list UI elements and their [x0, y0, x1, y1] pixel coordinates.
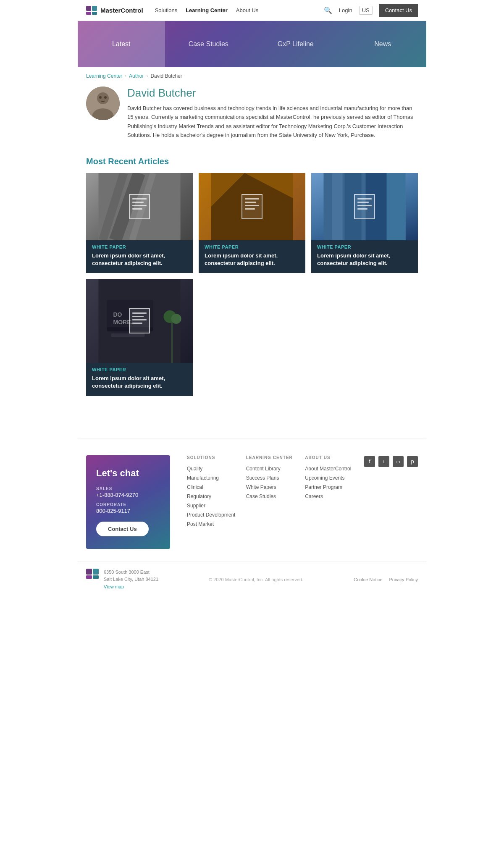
tab-latest[interactable]: Latest [78, 21, 165, 67]
tab-gxp-lifeline[interactable]: GxP Lifeline [252, 21, 339, 67]
login-link[interactable]: Login [339, 7, 352, 13]
footer-links: SOLUTIONS Quality Manufacturing Clinical… [170, 455, 418, 549]
svg-point-7 [99, 96, 102, 99]
footer-link-partner-program[interactable]: Partner Program [305, 484, 356, 490]
footer-col-learning: LEARNING CENTER Content Library Success … [246, 455, 297, 549]
author-section: David Butcher David Butcher has covered … [78, 82, 426, 152]
logo-text: MasterControl [100, 7, 143, 14]
footer-sales-phone[interactable]: +1-888-874-9270 [96, 492, 160, 498]
article-title-4: Lorem ipsum dolor sit amet, consectetur … [92, 375, 187, 390]
footer-corp-phone[interactable]: 800-825-9117 [96, 508, 160, 514]
search-icon[interactable]: 🔍 [324, 6, 332, 14]
social-facebook-icon[interactable]: f [364, 456, 375, 467]
article-title-2: Lorem ipsum dolor sit amet, consectetur … [205, 252, 299, 267]
breadcrumb-learning-center[interactable]: Learning Center [86, 73, 122, 79]
footer-link-content-library[interactable]: Content Library [246, 466, 297, 472]
article-title-1: Lorem ipsum dolor sit amet, consectetur … [92, 252, 187, 267]
footer-cta-title: Let's chat [96, 468, 160, 479]
footer-link-clinical[interactable]: Clinical [187, 484, 238, 490]
tab-case-studies[interactable]: Case Studies [165, 21, 252, 67]
svg-rect-2 [86, 12, 91, 15]
footer-link-manufacturing[interactable]: Manufacturing [187, 475, 238, 481]
footer-view-map[interactable]: View map [104, 584, 124, 589]
footer-logo-area: 6350 South 3000 East Salt Lake City, Uta… [86, 569, 158, 591]
svg-rect-33 [86, 569, 92, 575]
nav-learning-center[interactable]: Learning Center [186, 7, 228, 13]
lang-selector[interactable]: US [359, 6, 373, 15]
social-pinterest-icon[interactable]: p [407, 456, 418, 467]
author-info: David Butcher David Butcher has covered … [127, 87, 418, 140]
footer-privacy-policy[interactable]: Privacy Policy [389, 577, 418, 582]
footer-link-supplier[interactable]: Supplier [187, 503, 238, 509]
footer-col-about: ABOUT US About MasterControl Upcoming Ev… [305, 455, 356, 549]
footer-link-upcoming-events[interactable]: Upcoming Events [305, 475, 356, 481]
nav-about-us[interactable]: About Us [236, 7, 258, 13]
author-bio: David Butcher has covered business and t… [127, 104, 418, 140]
footer-link-post-market[interactable]: Post Market [187, 521, 238, 527]
social-linkedin-icon[interactable]: in [393, 456, 404, 467]
article-body-3: WHITE PAPER Lorem ipsum dolor sit amet, … [311, 240, 418, 273]
svg-rect-34 [93, 569, 99, 575]
svg-rect-0 [86, 6, 91, 11]
svg-point-8 [104, 96, 107, 99]
footer-link-white-papers[interactable]: White Papers [246, 484, 297, 490]
social-twitter-icon[interactable]: t [378, 456, 389, 467]
footer-cta-sales: SALES +1-888-874-9270 [96, 486, 160, 498]
footer-legal: Cookie Notice Privacy Policy [354, 577, 418, 582]
footer-link-about-mc[interactable]: About MasterControl [305, 466, 356, 472]
footer-cta: Let's chat SALES +1-888-874-9270 CORPORA… [86, 455, 170, 549]
nav-solutions[interactable]: Solutions [155, 7, 177, 13]
tab-news[interactable]: News [339, 21, 427, 67]
footer-link-quality[interactable]: Quality [187, 466, 238, 472]
header-contact-us-button[interactable]: Contact Us [379, 4, 418, 17]
footer-col-about-title: ABOUT US [305, 455, 356, 460]
svg-rect-35 [86, 575, 92, 579]
article-type-1: WHITE PAPER [92, 244, 187, 249]
article-placeholder-6 [311, 279, 418, 396]
footer-link-case-studies[interactable]: Case Studies [246, 493, 297, 499]
author-avatar-img [86, 87, 120, 120]
article-card-4[interactable]: DO MORE. WHITE PAPER [86, 279, 193, 396]
article-body-2: WHITE PAPER Lorem ipsum dolor sit amet, … [199, 240, 305, 273]
logo[interactable]: MasterControl [86, 6, 143, 15]
article-body-4: WHITE PAPER Lorem ipsum dolor sit amet, … [86, 363, 193, 396]
article-image-4: DO MORE. [86, 279, 193, 363]
footer-col-solutions: SOLUTIONS Quality Manufacturing Clinical… [187, 455, 238, 549]
articles-title: Most Recent Articles [86, 157, 418, 166]
footer-address-line2: Salt Lake City, Utah 84121 [104, 576, 158, 583]
article-image-2 [199, 173, 305, 240]
footer-link-product-dev[interactable]: Product Development [187, 512, 238, 518]
svg-rect-3 [92, 12, 97, 15]
footer-social-col: f t in p [364, 455, 418, 549]
footer-col-learning-title: LEARNING CENTER [246, 455, 297, 460]
breadcrumb-sep-2: › [146, 73, 148, 79]
footer-link-careers[interactable]: Careers [305, 493, 356, 499]
article-card-3[interactable]: WHITE PAPER Lorem ipsum dolor sit amet, … [311, 173, 418, 273]
article-body-1: WHITE PAPER Lorem ipsum dolor sit amet, … [86, 240, 193, 273]
article-type-2: WHITE PAPER [205, 244, 299, 249]
footer-link-regulatory[interactable]: Regulatory [187, 493, 238, 499]
svg-rect-36 [93, 575, 99, 579]
article-card-1[interactable]: WHITE PAPER Lorem ipsum dolor sit amet, … [86, 173, 193, 273]
article-card-2[interactable]: WHITE PAPER Lorem ipsum dolor sit amet, … [199, 173, 305, 273]
doc-icon-3 [354, 194, 375, 219]
doc-icon-4 [129, 308, 150, 333]
footer-link-success-plans[interactable]: Success Plans [246, 475, 297, 481]
svg-point-5 [97, 92, 109, 104]
doc-icon-2 [242, 194, 262, 219]
footer-cookie-notice[interactable]: Cookie Notice [354, 577, 382, 582]
author-avatar [86, 87, 120, 120]
articles-grid-row2: DO MORE. WHITE PAPER [86, 279, 418, 396]
hero-tabs: Latest Case Studies GxP Lifeline News [78, 21, 426, 67]
breadcrumb-sep-1: › [125, 73, 126, 79]
article-image-1 [86, 173, 193, 240]
header: MasterControl Solutions Learning Center … [78, 0, 426, 21]
footer-sales-label: SALES [96, 486, 160, 491]
footer-bottom: 6350 South 3000 East Salt Lake City, Uta… [78, 562, 426, 598]
footer-contact-us-button[interactable]: Contact Us [96, 522, 149, 536]
articles-section: Most Recent Articles W [78, 152, 426, 413]
article-placeholder-5 [199, 279, 305, 396]
breadcrumb-author[interactable]: Author [129, 73, 144, 79]
svg-rect-1 [92, 6, 97, 11]
doc-icon-1 [129, 194, 150, 219]
